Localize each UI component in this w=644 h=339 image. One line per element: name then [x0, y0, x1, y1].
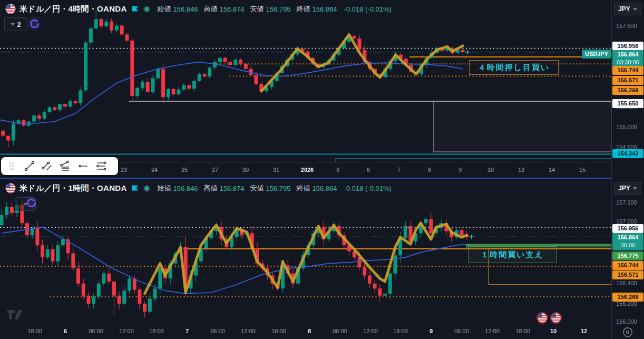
- time-axis-tick: 10: [550, 328, 557, 334]
- candle: [5, 207, 8, 215]
- us-flag-event-icon[interactable]: [550, 312, 562, 324]
- sync-refresh-icon[interactable]: [30, 19, 40, 29]
- annotation-1h-support[interactable]: １時間買い支え: [468, 246, 557, 263]
- gold-trend-drawing[interactable]: [261, 34, 463, 91]
- close-label: 終値: [297, 4, 310, 14]
- candle: [107, 274, 111, 282]
- time-axis-tick: 9: [430, 328, 433, 334]
- price-axis[interactable]: 157.500155.500155.000154.500156.956156.8…: [611, 0, 644, 339]
- parallel-lines-tool-icon[interactable]: [93, 158, 110, 174]
- price-range-box[interactable]: [434, 101, 611, 152]
- candle: [208, 67, 211, 76]
- tradingview-window: 米ドル／円・4時間・OANDA 始値156.846 高値156.874 安値15…: [0, 0, 644, 339]
- time-axis-tick: 23: [121, 167, 127, 173]
- candle: [32, 115, 36, 122]
- open-value: 156.846: [173, 5, 198, 13]
- candle: [388, 274, 392, 294]
- annotation-4h-dip-buy[interactable]: ４時間押し目買い: [469, 60, 559, 75]
- sync-refresh-icon[interactable]: [26, 198, 36, 208]
- candle: [148, 298, 152, 312]
- flagged-symbol-icon[interactable]: [131, 185, 139, 192]
- candle: [61, 239, 65, 246]
- currency-dropdown-4h[interactable]: JPY: [614, 3, 641, 15]
- time-axis-tick: 13: [518, 167, 524, 173]
- last-price-marker: [470, 235, 474, 239]
- candle: [10, 207, 14, 214]
- time-axis-tick: 6: [367, 167, 370, 173]
- candle: [0, 215, 4, 225]
- candle: [133, 278, 136, 289]
- time-axis-tick: 15: [579, 167, 586, 173]
- time-axis-tick: 18:00: [515, 328, 530, 334]
- candle: [100, 19, 103, 26]
- pane-divider[interactable]: [0, 178, 644, 179]
- symbol-title[interactable]: 米ドル／円・1時間・OANDA: [19, 183, 127, 193]
- time-axis-tick: 27: [212, 167, 218, 173]
- us-flag-event-icon[interactable]: [536, 312, 549, 324]
- candle: [172, 89, 175, 94]
- time-axis-1h[interactable]: 18:00606:0012:0018:00706:0012:0018:00806…: [0, 324, 611, 339]
- price-tag-teal: 156.86403:30:06: [612, 50, 643, 67]
- time-axis-tick: 8: [428, 167, 431, 173]
- time-axis-tick: 18:00: [393, 328, 408, 334]
- candle: [373, 284, 377, 289]
- ohlc-readout-1h: 始値156.846 高値156.874 安値156.795 終値156.864 …: [158, 183, 392, 193]
- candle: [233, 60, 237, 65]
- price-axis-label: 156.000: [616, 318, 637, 325]
- currency-label: JPY: [618, 185, 630, 192]
- candle: [213, 62, 217, 68]
- time-axis-tick: 06:00: [454, 328, 469, 334]
- drawing-boxes[interactable]: [336, 101, 611, 162]
- symbol-title[interactable]: 米ドル／円・4時間・OANDA: [19, 4, 127, 14]
- candle: [104, 22, 108, 26]
- low-value: 156.795: [266, 185, 291, 192]
- gear-icon[interactable]: [621, 326, 634, 338]
- candle: [138, 289, 141, 304]
- price-tag-orange: 156.571: [612, 76, 643, 85]
- time-axis-tick: 25: [181, 167, 188, 173]
- candle: [74, 101, 77, 103]
- time-axis-tick: 12:00: [363, 328, 378, 334]
- candle: [43, 112, 46, 119]
- time-axis-tick: 6: [64, 328, 67, 334]
- candle: [239, 60, 242, 64]
- fib-retracement-tool-icon[interactable]: [57, 158, 74, 174]
- candle: [89, 28, 93, 43]
- time-axis-tick: 06:00: [210, 328, 225, 334]
- trend-line-tool-icon[interactable]: [21, 158, 38, 174]
- price-axis-label: 156.400: [616, 280, 637, 286]
- time-axis-tick: 7: [397, 167, 401, 173]
- tradingview-logo[interactable]: [6, 308, 25, 322]
- candle: [393, 255, 397, 273]
- low-label: 安値: [250, 4, 264, 14]
- time-axis-tick: 18:00: [27, 328, 42, 334]
- price-tag-white: 155.650: [612, 99, 643, 108]
- candle: [97, 284, 101, 297]
- time-axis-tick: 10: [487, 167, 494, 173]
- price-tag-teal: 156.86430:06: [612, 233, 643, 250]
- price-tag-white: 156.956: [612, 224, 643, 233]
- candle: [102, 274, 106, 284]
- candle: [383, 294, 387, 296]
- gold-trend-drawing[interactable]: [145, 223, 467, 294]
- candle: [82, 284, 85, 296]
- layout-selector-button[interactable]: 2: [4, 17, 27, 31]
- candle: [167, 89, 170, 97]
- time-axis-tick: 30: [242, 167, 249, 173]
- horizontal-line-tool-icon[interactable]: [75, 158, 92, 174]
- candle: [58, 104, 62, 110]
- low-value: 156.795: [266, 5, 291, 13]
- drag-handle[interactable]: [3, 158, 20, 174]
- close-value: 156.864: [313, 5, 337, 13]
- price-tag-green: 156.775: [612, 251, 643, 260]
- price-axis-label: 155.000: [616, 124, 637, 130]
- drawing-toolbar: [1, 157, 118, 175]
- candle: [353, 36, 356, 38]
- price-range-box[interactable]: [336, 159, 611, 162]
- price-axis-label: 157.500: [616, 23, 637, 29]
- currency-dropdown-1h[interactable]: JPY: [614, 182, 641, 195]
- candle: [122, 290, 126, 304]
- parallel-channel-tool-icon[interactable]: [39, 158, 56, 174]
- flagged-symbol-icon[interactable]: [131, 5, 139, 13]
- chart-pane-4h[interactable]: [0, 0, 611, 162]
